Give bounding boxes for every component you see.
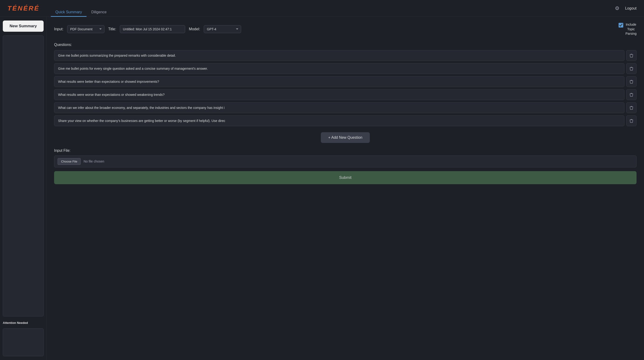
input-file-label: Input File:	[54, 148, 636, 153]
include-topic-area: IncludeTopicParsing	[618, 22, 636, 36]
delete-question-button-6[interactable]	[626, 116, 636, 126]
main-content: Input: PDF Document Text URL Title: Mode…	[47, 17, 644, 360]
question-input-4[interactable]	[54, 89, 624, 100]
main-layout: New Summary Attention Needed Input: PDF …	[0, 17, 644, 360]
title-input[interactable]	[120, 25, 185, 33]
question-input-2[interactable]	[54, 63, 624, 74]
logout-button[interactable]: Logout	[625, 6, 636, 10]
header: TéNéRé Quick Summary Diligence ⚙ Logout	[0, 0, 644, 17]
add-new-question-button[interactable]: + Add New Question	[321, 132, 370, 143]
question-input-6[interactable]	[54, 116, 624, 126]
logo: TéNéRé	[8, 5, 40, 12]
delete-question-button-1[interactable]	[626, 50, 636, 61]
settings-icon[interactable]: ⚙	[615, 5, 620, 12]
input-select[interactable]: PDF Document Text URL	[67, 25, 104, 33]
delete-question-button-4[interactable]	[626, 89, 636, 100]
tab-diligence[interactable]: Diligence	[86, 8, 111, 17]
question-row	[54, 76, 636, 87]
delete-question-button-5[interactable]	[626, 102, 636, 113]
input-file-section: Input File: Choose File No file chosen S…	[54, 148, 636, 184]
header-right: ⚙ Logout	[615, 5, 636, 12]
question-row	[54, 63, 636, 74]
questions-section-label: Questions:	[54, 43, 636, 47]
input-label: Input:	[54, 27, 64, 31]
question-row	[54, 116, 636, 126]
delete-question-button-2[interactable]	[626, 63, 636, 74]
question-row	[54, 89, 636, 100]
delete-question-button-3[interactable]	[626, 76, 636, 87]
questions-container	[54, 50, 636, 126]
file-input-row: Choose File No file chosen	[54, 156, 636, 168]
sidebar-summary-list[interactable]	[3, 36, 44, 316]
title-label: Title:	[108, 27, 116, 31]
question-row	[54, 50, 636, 61]
question-input-3[interactable]	[54, 76, 624, 87]
model-select[interactable]: GPT-4 GPT-3.5 Claude	[204, 25, 241, 33]
new-summary-button[interactable]: New Summary	[3, 20, 44, 32]
tab-quick-summary[interactable]: Quick Summary	[51, 8, 87, 17]
attention-needed-label: Attention Needed	[3, 321, 44, 324]
no-file-text: No file chosen	[84, 160, 104, 163]
include-topic-parsing-label: IncludeTopicParsing	[626, 22, 636, 36]
include-topic-parsing-checkbox[interactable]	[618, 23, 623, 28]
model-label: Model:	[189, 27, 200, 31]
submit-button[interactable]: Submit	[54, 171, 636, 184]
question-input-1[interactable]	[54, 50, 624, 61]
nav-tabs: Quick Summary Diligence	[51, 0, 112, 16]
sidebar-attention-list[interactable]	[3, 328, 44, 356]
form-row: Input: PDF Document Text URL Title: Mode…	[54, 22, 636, 36]
question-input-5[interactable]	[54, 102, 624, 113]
choose-file-button[interactable]: Choose File	[58, 158, 81, 165]
sidebar: New Summary Attention Needed	[0, 17, 47, 360]
question-row	[54, 102, 636, 113]
